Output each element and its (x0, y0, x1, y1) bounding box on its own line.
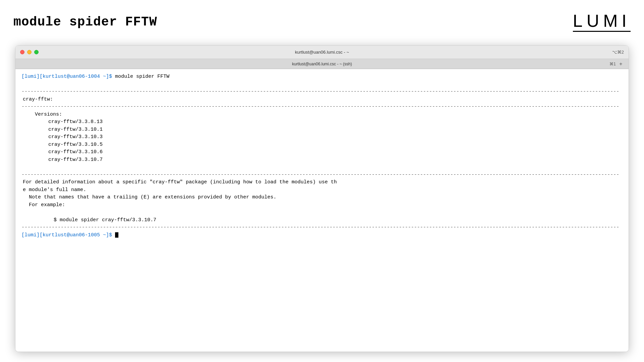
traffic-lights (20, 50, 39, 54)
dashed-line-2: ----------------------------------------… (21, 103, 623, 111)
command-line: [lumi][kurtlust@uan06-1004 ~]$ module sp… (21, 73, 623, 81)
tab-title: kurtlust@uan06.lumi.csc - ~ (ssh) (292, 62, 352, 66)
prompt2-space (112, 232, 115, 238)
version-item-5: cray-fftw/3.3.10.6 (21, 148, 623, 156)
info-line-1-part1: For detailed information about a specifi… (21, 179, 623, 186)
info-line-1-part2: e module's full name. (21, 186, 623, 194)
tab-shortcut: ⌘1 + (609, 61, 624, 67)
prompt1-user: [kurtlust@uan06-1004 ~]$ (40, 74, 112, 79)
version-item-3: cray-fftw/3.3.10.3 (21, 133, 623, 141)
maximize-button[interactable] (34, 50, 39, 54)
title-bar: kurtlust@uan06.lumi.csc - ~ ⌥⌘2 (15, 46, 629, 59)
lumi-logo: LUMI (573, 12, 631, 32)
empty-line-2 (21, 164, 623, 171)
version-item-6: cray-fftw/3.3.10.7 (21, 156, 623, 164)
prompt2-bracket: [lumi] (21, 232, 40, 238)
dashed-line-3: ----------------------------------------… (21, 171, 623, 179)
section-name: cray-fftw: (21, 96, 623, 104)
page-header: module spider FFTW LUMI (0, 0, 644, 44)
prompt2-line: [lumi][kurtlust@uan06-1005 ~]$ (21, 232, 623, 239)
dashed-line-1: ----------------------------------------… (21, 88, 623, 96)
info-line-3: For example: (21, 201, 623, 209)
terminal-window: kurtlust@uan06.lumi.csc - ~ ⌥⌘2 kurtlust… (15, 45, 629, 352)
minimize-button[interactable] (27, 50, 32, 54)
prompt1-bracket: [lumi] (21, 74, 40, 79)
info-line-2: Note that names that have a trailing (E)… (21, 194, 623, 201)
shortcut2-label: ⌘1 (609, 62, 616, 66)
empty-line-1 (21, 81, 623, 88)
prompt2-user: [kurtlust@uan06-1005 ~]$ (40, 232, 112, 238)
tab-bar: kurtlust@uan06.lumi.csc - ~ (ssh) ⌘1 + (15, 59, 629, 69)
new-tab-button[interactable]: + (618, 61, 624, 67)
shortcut1-label: ⌥⌘2 (612, 50, 624, 55)
version-item-4: cray-fftw/3.3.10.5 (21, 141, 623, 149)
window-title: kurtlust@uan06.lumi.csc - ~ (295, 50, 349, 55)
versions-header: Versions: (21, 111, 623, 119)
dashed-line-4: ----------------------------------------… (21, 224, 623, 232)
command-text: module spider FFTW (112, 74, 169, 79)
close-button[interactable] (20, 50, 24, 54)
example-command: $ module spider cray-fftw/3.3.10.7 (21, 217, 623, 224)
terminal-content[interactable]: [lumi][kurtlust@uan06-1004 ~]$ module sp… (15, 69, 629, 352)
cursor (115, 232, 118, 238)
version-item-1: cray-fftw/3.3.8.13 (21, 118, 623, 126)
version-item-2: cray-fftw/3.3.10.1 (21, 126, 623, 134)
title-bar-shortcut: ⌥⌘2 (612, 50, 624, 55)
page-title: module spider FFTW (13, 15, 157, 29)
empty-line-3 (21, 209, 623, 217)
